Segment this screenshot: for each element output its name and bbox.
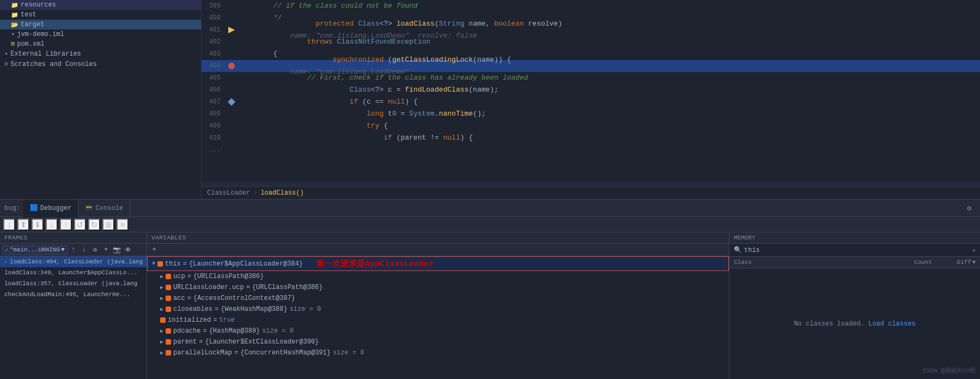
settings-icon[interactable]: ⚙ — [967, 204, 971, 213]
var-eq-parent: = — [199, 338, 203, 346]
breadcrumb-class: ClassLoader — [207, 189, 250, 197]
var-type-icon-ucp — [166, 274, 171, 279]
memory-panel: Memory 🔍 ✕ Class Count Diff ▼ No classes… — [729, 232, 980, 379]
var-eq-this: = — [183, 260, 187, 268]
toolbar-step-into[interactable]: ⬆ — [17, 219, 29, 231]
code-line-401: 401 protected Class<?> loadClass(String … — [202, 24, 980, 36]
var-item-ucp[interactable]: ▶ ucp = {URLClassPath@386} — [147, 271, 729, 282]
load-classes-link[interactable]: Load classes — [868, 320, 915, 328]
frame-item-2[interactable]: loadClass:357, ClassLoader (java.lang — [0, 278, 147, 289]
toolbar-restore[interactable]: ↻ — [88, 219, 100, 231]
frames-add-btn[interactable]: + — [101, 245, 111, 255]
memory-search-input[interactable] — [744, 246, 970, 254]
horizontal-scrollbar[interactable] — [202, 182, 980, 187]
current-line-arrow — [228, 27, 235, 33]
vars-add-btn[interactable]: + — [149, 245, 159, 255]
frame-item-0[interactable]: ✓ loadClass:404, ClassLoader (java.lang — [0, 256, 147, 267]
sidebar: 📁 resources 📁 test 📂 target ▪ jvm-demo.i… — [0, 0, 202, 199]
var-name-pdcache: pdcache — [173, 327, 200, 335]
frame-item-3[interactable]: checkAndLoadMain:495, LauncherHe... — [0, 289, 147, 300]
memory-col-diff: Diff ▼ — [932, 259, 976, 266]
tab-debugger[interactable]: 🟦 Debugger — [23, 200, 79, 217]
thread-dropdown-icon: ▼ — [61, 246, 65, 253]
toolbar-settings-debug[interactable]: ≡ — [117, 219, 129, 231]
diff-sort-arrow[interactable]: ▼ — [972, 260, 976, 266]
frames-filter-btn[interactable]: ⊘ — [90, 245, 100, 255]
thread-check-icon: ✓ — [5, 246, 9, 254]
code-lines[interactable]: 399 // if the class could not be found 4… — [202, 0, 980, 182]
var-toggle-closeables: ▶ — [160, 306, 163, 312]
var-type-icon-urlucp — [166, 285, 171, 290]
var-item-pdcache[interactable]: ▶ pdcache = {HashMap@389} size = 0 — [147, 326, 729, 336]
var-toggle-plm: ▶ — [160, 350, 163, 356]
memory-search-icon: 🔍 — [734, 246, 742, 254]
var-annotation: 第一次进来是AppClassLoader — [316, 258, 434, 269]
folder-icon: 📁 — [11, 2, 19, 9]
frames-up-btn[interactable]: ↑ — [69, 245, 78, 255]
var-item-urlclassloader-ucp[interactable]: ▶ URLClassLoader.ucp = {URLClassPath@386… — [147, 282, 729, 293]
tab-console[interactable]: 📟 Console — [78, 200, 130, 217]
frame-item-1[interactable]: loadClass:349, Launcher$AppClassLo... — [0, 267, 147, 278]
var-name-urlucp: URLClassLoader.ucp — [173, 284, 244, 291]
frames-list: ✓ loadClass:404, ClassLoader (java.lang … — [0, 256, 147, 379]
var-item-this[interactable]: ▼ this = {Launcher$AppClassLoader@384} 第… — [147, 256, 729, 271]
folder-icon: 📁 — [11, 11, 19, 19]
var-toggle-pdcache: ▶ — [160, 328, 163, 334]
frames-camera-btn[interactable]: 📷 — [112, 245, 122, 255]
memory-search: 🔍 ✕ — [729, 244, 980, 257]
memory-search-clear[interactable]: ✕ — [972, 247, 976, 254]
sidebar-item-external-libraries[interactable]: ▪ External Libraries — [0, 49, 201, 59]
sidebar-item-iml[interactable]: ▪ jvm-demo.iml — [0, 29, 201, 39]
var-item-initialized[interactable]: initialized = true — [147, 315, 729, 326]
sidebar-item-pom[interactable]: m pom.xml — [0, 39, 201, 49]
editor-area: 📁 resources 📁 test 📂 target ▪ jvm-demo.i… — [0, 0, 980, 199]
sidebar-item-target[interactable]: 📂 target — [0, 20, 201, 29]
var-toggle-this: ▼ — [152, 261, 155, 267]
var-type-icon-closeables — [166, 306, 171, 312]
var-type-icon-this — [157, 261, 163, 267]
var-item-parent[interactable]: ▶ parent = {Launcher$ExtClassLoader@390} — [147, 336, 729, 347]
var-type-icon-parent — [166, 339, 171, 345]
var-value-acc: {AccessControlContext@387} — [193, 294, 295, 302]
var-value-plm: {ConcurrentHashMap@391} — [240, 349, 331, 357]
toolbar-step-over[interactable]: ↕ — [3, 219, 15, 231]
var-eq-urlucp: = — [246, 284, 250, 291]
xml-icon: m — [11, 40, 15, 48]
memory-col-count: Count — [888, 259, 932, 266]
variables-header: Variables — [147, 232, 729, 244]
frames-eye-btn[interactable]: 👁 — [123, 245, 133, 255]
code-line-ellipsis: ... — [202, 144, 980, 156]
toolbar-frames-view[interactable]: ⊞ — [102, 219, 114, 231]
sidebar-item-test[interactable]: 📁 test — [0, 10, 201, 20]
var-item-acc[interactable]: ▶ acc = {AccessControlContext@387} — [147, 293, 729, 304]
code-panel: 399 // if the class could not be found 4… — [202, 0, 980, 199]
sidebar-item-resources[interactable]: 📁 resources — [0, 0, 201, 10]
var-extra-plm: size = 8 — [333, 349, 364, 357]
toolbar-step-out[interactable]: ⬇ — [32, 219, 44, 231]
var-value-init: true — [219, 316, 235, 324]
watermark: CSDN @我就叫CV吧 — [923, 366, 976, 375]
toolbar-step-down[interactable]: ↓ — [46, 219, 58, 231]
var-item-closeables[interactable]: ▶ closeables = {WeakHashMap@388} size = … — [147, 304, 729, 315]
var-extra-closeables: size = 0 — [290, 305, 321, 313]
frame-check-icon: ✓ — [4, 258, 8, 265]
frames-panel: Frames ✓ *main...UNNING ▼ ↑ ↓ ⊘ + 📷 👁 ✓ — [0, 232, 147, 379]
toolbar-step-up[interactable]: ↑ — [60, 219, 72, 231]
var-eq-init: = — [213, 316, 217, 324]
var-eq-closeables: = — [215, 305, 218, 313]
thread-selector[interactable]: ✓ *main...UNNING ▼ — [2, 245, 68, 255]
vars-toolbar: + — [147, 244, 729, 256]
var-eq-ucp: = — [187, 273, 191, 280]
scratches-icon: ⊙ — [4, 60, 8, 68]
folder-icon: 📂 — [11, 21, 19, 28]
sidebar-item-scratches[interactable]: ⊙ Scratches and Consoles — [0, 59, 201, 69]
memory-table-header: Class Count Diff ▼ — [729, 257, 980, 268]
toolbar-rerun[interactable]: ↺ — [74, 219, 86, 231]
iml-icon: ▪ — [11, 31, 15, 38]
settings-area: ⚙ — [963, 204, 976, 213]
var-item-parallellockmap[interactable]: ▶ parallelLockMap = {ConcurrentHashMap@3… — [147, 347, 729, 358]
var-value-this: {Launcher$AppClassLoader@384} — [189, 260, 303, 268]
frames-down-btn[interactable]: ↓ — [80, 245, 89, 255]
memory-header: Memory — [729, 232, 980, 244]
code-line-404: 404 synchronized (getClassLoadingLock(na… — [202, 60, 980, 72]
